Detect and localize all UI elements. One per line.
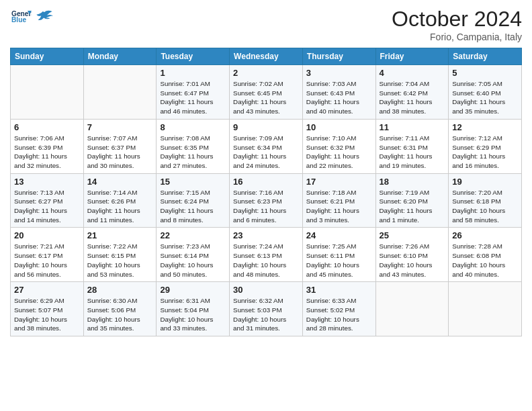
day-info: Sunrise: 7:15 AM Sunset: 6:24 PM Dayligh… <box>160 188 226 225</box>
calendar-cell: 31Sunrise: 6:33 AM Sunset: 5:02 PM Dayli… <box>302 282 375 336</box>
day-number: 13 <box>14 177 80 187</box>
calendar-week-1: 1Sunrise: 7:01 AM Sunset: 6:47 PM Daylig… <box>11 65 522 120</box>
calendar-cell: 24Sunrise: 7:25 AM Sunset: 6:11 PM Dayli… <box>302 228 375 282</box>
logo: General Blue <box>10 7 54 30</box>
day-info: Sunrise: 7:06 AM Sunset: 6:39 PM Dayligh… <box>14 134 80 171</box>
calendar-cell: 17Sunrise: 7:18 AM Sunset: 6:21 PM Dayli… <box>302 173 375 228</box>
day-number: 17 <box>306 177 372 187</box>
day-info: Sunrise: 7:02 AM Sunset: 6:45 PM Dayligh… <box>233 79 299 116</box>
calendar-cell: 3Sunrise: 7:03 AM Sunset: 6:43 PM Daylig… <box>302 65 375 120</box>
calendar-cell: 22Sunrise: 7:23 AM Sunset: 6:14 PM Dayli… <box>157 228 230 282</box>
day-number: 5 <box>452 68 518 78</box>
day-number: 15 <box>160 177 226 187</box>
day-info: Sunrise: 7:20 AM Sunset: 6:18 PM Dayligh… <box>452 188 518 225</box>
header-day-monday: Monday <box>83 48 157 65</box>
day-number: 7 <box>87 122 153 132</box>
day-info: Sunrise: 7:01 AM Sunset: 6:47 PM Dayligh… <box>160 79 226 116</box>
calendar-cell: 4Sunrise: 7:04 AM Sunset: 6:42 PM Daylig… <box>375 65 449 120</box>
header-day-wednesday: Wednesday <box>230 48 303 65</box>
page: General Blue October 2024 Forio, Campani… <box>0 0 532 411</box>
day-info: Sunrise: 6:30 AM Sunset: 5:06 PM Dayligh… <box>87 296 153 333</box>
day-info: Sunrise: 6:31 AM Sunset: 5:04 PM Dayligh… <box>160 296 226 333</box>
day-number: 31 <box>306 285 372 295</box>
day-number: 3 <box>306 68 372 78</box>
day-info: Sunrise: 7:24 AM Sunset: 6:13 PM Dayligh… <box>233 242 299 279</box>
month-title: October 2024 <box>392 7 522 32</box>
calendar-cell: 18Sunrise: 7:19 AM Sunset: 6:20 PM Dayli… <box>375 173 449 228</box>
day-info: Sunrise: 7:08 AM Sunset: 6:35 PM Dayligh… <box>160 134 226 171</box>
calendar-cell: 19Sunrise: 7:20 AM Sunset: 6:18 PM Dayli… <box>449 173 522 228</box>
day-info: Sunrise: 7:11 AM Sunset: 6:31 PM Dayligh… <box>380 134 445 171</box>
day-number: 1 <box>160 68 226 78</box>
header-day-thursday: Thursday <box>302 48 375 65</box>
title-block: October 2024 Forio, Campania, Italy <box>392 7 522 42</box>
day-number: 8 <box>160 122 226 132</box>
header-row: SundayMondayTuesdayWednesdayThursdayFrid… <box>11 48 522 65</box>
calendar-week-4: 20Sunrise: 7:21 AM Sunset: 6:17 PM Dayli… <box>11 228 522 282</box>
day-info: Sunrise: 7:22 AM Sunset: 6:15 PM Dayligh… <box>87 242 153 279</box>
day-number: 24 <box>306 230 372 240</box>
day-number: 22 <box>160 230 226 240</box>
calendar-week-5: 27Sunrise: 6:29 AM Sunset: 5:07 PM Dayli… <box>11 282 522 336</box>
calendar-cell: 26Sunrise: 7:28 AM Sunset: 6:08 PM Dayli… <box>449 228 522 282</box>
day-info: Sunrise: 7:07 AM Sunset: 6:37 PM Dayligh… <box>87 134 153 171</box>
day-info: Sunrise: 7:18 AM Sunset: 6:21 PM Dayligh… <box>306 188 372 225</box>
calendar-cell: 12Sunrise: 7:12 AM Sunset: 6:29 PM Dayli… <box>449 119 522 173</box>
day-number: 11 <box>380 122 445 132</box>
day-info: Sunrise: 7:09 AM Sunset: 6:34 PM Dayligh… <box>233 134 299 171</box>
calendar-cell: 5Sunrise: 7:05 AM Sunset: 6:40 PM Daylig… <box>449 65 522 120</box>
day-number: 10 <box>306 122 372 132</box>
logo-bird-icon <box>35 7 54 26</box>
day-info: Sunrise: 6:29 AM Sunset: 5:07 PM Dayligh… <box>14 296 80 333</box>
calendar-cell: 13Sunrise: 7:13 AM Sunset: 6:27 PM Dayli… <box>11 173 84 228</box>
day-info: Sunrise: 7:16 AM Sunset: 6:23 PM Dayligh… <box>233 188 299 225</box>
svg-text:Blue: Blue <box>11 16 26 24</box>
calendar-week-3: 13Sunrise: 7:13 AM Sunset: 6:27 PM Dayli… <box>11 173 522 228</box>
location: Forio, Campania, Italy <box>392 32 522 42</box>
calendar-cell: 11Sunrise: 7:11 AM Sunset: 6:31 PM Dayli… <box>375 119 449 173</box>
calendar-cell: 15Sunrise: 7:15 AM Sunset: 6:24 PM Dayli… <box>157 173 230 228</box>
calendar-week-2: 6Sunrise: 7:06 AM Sunset: 6:39 PM Daylig… <box>11 119 522 173</box>
day-number: 27 <box>14 285 80 295</box>
day-info: Sunrise: 6:32 AM Sunset: 5:03 PM Dayligh… <box>233 296 299 333</box>
calendar-cell: 28Sunrise: 6:30 AM Sunset: 5:06 PM Dayli… <box>83 282 157 336</box>
day-info: Sunrise: 7:13 AM Sunset: 6:27 PM Dayligh… <box>14 188 80 225</box>
day-number: 18 <box>380 177 445 187</box>
calendar-cell: 27Sunrise: 6:29 AM Sunset: 5:07 PM Dayli… <box>11 282 84 336</box>
header: General Blue October 2024 Forio, Campani… <box>10 7 522 42</box>
day-number: 20 <box>14 230 80 240</box>
calendar-cell: 10Sunrise: 7:10 AM Sunset: 6:32 PM Dayli… <box>302 119 375 173</box>
day-number: 25 <box>380 230 445 240</box>
calendar-cell: 30Sunrise: 6:32 AM Sunset: 5:03 PM Dayli… <box>230 282 303 336</box>
day-number: 14 <box>87 177 153 187</box>
calendar-table: SundayMondayTuesdayWednesdayThursdayFrid… <box>10 48 522 336</box>
day-info: Sunrise: 7:21 AM Sunset: 6:17 PM Dayligh… <box>14 242 80 279</box>
day-number: 2 <box>233 68 299 78</box>
day-info: Sunrise: 7:26 AM Sunset: 6:10 PM Dayligh… <box>380 242 445 279</box>
day-number: 9 <box>233 122 299 132</box>
day-info: Sunrise: 7:05 AM Sunset: 6:40 PM Dayligh… <box>452 79 518 116</box>
calendar-cell: 7Sunrise: 7:07 AM Sunset: 6:37 PM Daylig… <box>83 119 157 173</box>
calendar-cell: 2Sunrise: 7:02 AM Sunset: 6:45 PM Daylig… <box>230 65 303 120</box>
calendar-cell: 9Sunrise: 7:09 AM Sunset: 6:34 PM Daylig… <box>230 119 303 173</box>
day-number: 19 <box>452 177 518 187</box>
calendar-cell: 21Sunrise: 7:22 AM Sunset: 6:15 PM Dayli… <box>83 228 157 282</box>
day-number: 12 <box>452 122 518 132</box>
calendar-cell: 14Sunrise: 7:14 AM Sunset: 6:26 PM Dayli… <box>83 173 157 228</box>
day-number: 26 <box>452 230 518 240</box>
calendar-cell <box>11 65 84 120</box>
day-info: Sunrise: 7:12 AM Sunset: 6:29 PM Dayligh… <box>452 134 518 171</box>
day-info: Sunrise: 7:25 AM Sunset: 6:11 PM Dayligh… <box>306 242 372 279</box>
header-day-friday: Friday <box>375 48 449 65</box>
day-number: 23 <box>233 230 299 240</box>
calendar-cell: 29Sunrise: 6:31 AM Sunset: 5:04 PM Dayli… <box>157 282 230 336</box>
day-info: Sunrise: 6:33 AM Sunset: 5:02 PM Dayligh… <box>306 296 372 333</box>
calendar-cell: 8Sunrise: 7:08 AM Sunset: 6:35 PM Daylig… <box>157 119 230 173</box>
logo-icon: General Blue <box>11 7 32 27</box>
day-number: 30 <box>233 285 299 295</box>
calendar-cell <box>375 282 449 336</box>
day-number: 21 <box>87 230 153 240</box>
day-info: Sunrise: 7:04 AM Sunset: 6:42 PM Dayligh… <box>380 79 445 116</box>
day-number: 4 <box>380 68 445 78</box>
day-info: Sunrise: 7:10 AM Sunset: 6:32 PM Dayligh… <box>306 134 372 171</box>
